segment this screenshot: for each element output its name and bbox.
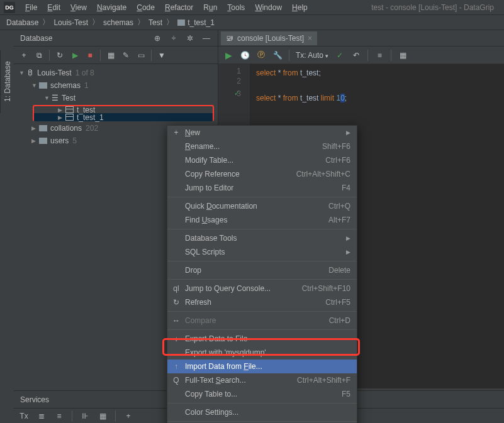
tree-schemas[interactable]: ▼ schemas1 [14,79,218,92]
context-menu-item[interactable]: qlJump to Query Console...Ctrl+Shift+F10 [167,282,357,295]
add-icon[interactable]: + [123,411,133,421]
menu-file[interactable]: File [20,3,42,12]
menu-item-icon: ql [171,284,181,293]
tree-table-t-test[interactable]: ▶ t_test [34,106,213,113]
context-menu-item[interactable]: Find UsagesAlt+F7 [167,213,357,227]
table-icon [177,19,185,26]
breadcrumb-item[interactable]: Test [148,18,162,27]
gear-icon[interactable]: ✲ [185,33,195,43]
context-menu-item[interactable]: Modify Table...Ctrl+F6 [167,153,357,167]
plan-icon[interactable]: Ⓟ [256,50,266,60]
history-icon[interactable]: 🕓 [240,50,250,60]
context-menu-item[interactable]: Export with 'mysqldump' [167,346,357,360]
layout-icon[interactable]: ▦ [398,50,408,60]
close-icon[interactable]: × [308,34,312,43]
menu-item-icon: Q [171,376,181,385]
title-bar: DG File Edit View Navigate Code Refactor… [0,0,504,15]
context-menu-item[interactable]: ↻RefreshCtrl+F5 [167,295,357,309]
context-menu: +New▶Rename...Shift+F6Modify Table...Ctr… [167,125,357,423]
breadcrumb: Database〉 Louis-Test〉 schemas〉 Test〉 t_t… [0,15,504,30]
menu-navigate[interactable]: Navigate [92,3,132,12]
edit-icon[interactable]: ✎ [121,50,131,60]
context-menu-item[interactable]: Color Settings... [167,405,357,419]
chevron-right-icon: ▶ [346,249,350,255]
menu-item-icon: ↑ [171,362,181,371]
tree-table-t-test-1[interactable]: ▶ t_test_1 [34,113,213,121]
commit-icon[interactable]: ✓ [335,50,345,60]
refresh-icon[interactable]: ↻ [55,50,65,60]
tx-icon[interactable]: Tx [19,411,29,421]
highlight-annotation: ▶ t_test ▶ t_test_1 [33,105,214,121]
console-tab-icon: 🖳 [226,34,233,43]
window-title: test - console [Louis-Test] - DataGrip [371,3,500,12]
tab-label: console [Louis-Test] [237,34,304,43]
editor-toolbar: ▶ 🕓 Ⓟ 🔧 Tx: Auto ▾ ✓ ↶ ■ ▦ [218,47,504,64]
context-menu-item[interactable]: ↑Import Data from File... [167,360,357,373]
context-menu-item[interactable]: Rename...Shift+F6 [167,140,357,153]
menu-view[interactable]: View [65,3,92,12]
menu-edit[interactable]: Edit [42,3,65,12]
collapse-icon[interactable]: ÷ [169,33,179,43]
add-button[interactable]: + [19,50,29,60]
panel-header: Database ⊕ ÷ ✲ — [14,30,218,47]
editor-tab-bar: 🖳 console [Louis-Test] × [218,30,504,47]
tree-icon[interactable]: ≣ [36,411,47,421]
breadcrumb-item[interactable]: t_test_1 [188,18,215,27]
sidebar-tab-database[interactable]: 1: Database [0,50,14,113]
breadcrumb-item[interactable]: schemas [103,18,133,27]
stop-icon[interactable]: ■ [85,50,95,60]
play-icon[interactable]: ▶ [70,50,80,60]
menu-tools[interactable]: Tools [222,3,250,12]
menu-item-icon: + [171,128,181,137]
copy-icon[interactable]: ⧉ [34,50,44,60]
db-toolbar: + ⧉ ↻ ▶ ■ ▦ ✎ ▭ ▼ [14,47,218,64]
context-menu-item[interactable]: ↓Export Data to File [167,332,357,346]
context-menu-item[interactable]: Copy ReferenceCtrl+Alt+Shift+C [167,167,357,181]
menu-item-icon: ↓ [171,334,181,343]
grid-icon[interactable]: ▦ [106,50,116,60]
menu-item-icon: ↔ [171,316,181,325]
tree-schema-test[interactable]: ▼☰ Test [14,92,218,104]
menu-window[interactable]: Window [250,3,287,12]
filter-icon[interactable]: ▼ [157,50,167,60]
wrench-icon[interactable]: 🔧 [272,50,283,60]
context-menu-item[interactable]: Jump to EditorF4 [167,181,357,195]
hide-icon[interactable]: — [201,33,211,43]
panel-title: Database [20,34,152,43]
rollback-icon[interactable]: ↶ [351,50,361,60]
context-menu-item[interactable]: QFull-Text Search...Ctrl+Alt+Shift+F [167,373,357,387]
menu-item-icon: ↻ [171,298,181,307]
context-menu-item[interactable]: Copy Table to...F5 [167,387,357,401]
tree-datasource[interactable]: ▼🛢 Louis-Test1 of 8 [14,67,218,79]
breadcrumb-item[interactable]: Database [6,18,38,27]
context-menu-item[interactable]: +New▶ [167,126,357,140]
context-menu-item[interactable]: DropDelete [167,263,357,277]
console-icon[interactable]: ▭ [136,50,146,60]
menu-code[interactable]: Code [132,3,160,12]
app-logo: DG [4,2,15,13]
chevron-right-icon: ▶ [346,235,350,241]
context-menu-item[interactable]: Quick DocumentationCtrl+Q [167,199,357,213]
grid-icon[interactable]: ▦ [98,411,108,421]
editor-tab[interactable]: 🖳 console [Louis-Test] × [221,31,317,45]
check-icon: ✓ [234,89,240,97]
context-menu-item[interactable]: Database Tools▶ [167,231,357,245]
chevron-right-icon: ▶ [346,129,350,136]
graph-icon[interactable]: ⊪ [80,411,90,421]
target-icon[interactable]: ⊕ [152,33,162,43]
expand-icon[interactable]: ≡ [54,411,64,421]
run-button[interactable]: ▶ [223,50,233,60]
menu-run[interactable]: Run [198,3,222,12]
menu-refactor[interactable]: Refactor [160,3,198,12]
stop-icon[interactable]: ■ [374,50,384,60]
context-menu-item: ↔CompareCtrl+D [167,314,357,327]
menu-help[interactable]: Help [287,3,313,12]
context-menu-item[interactable]: SQL Scripts▶ [167,245,357,259]
tx-mode-selector[interactable]: Tx: Auto ▾ [296,51,328,60]
breadcrumb-item[interactable]: Louis-Test [53,18,88,27]
